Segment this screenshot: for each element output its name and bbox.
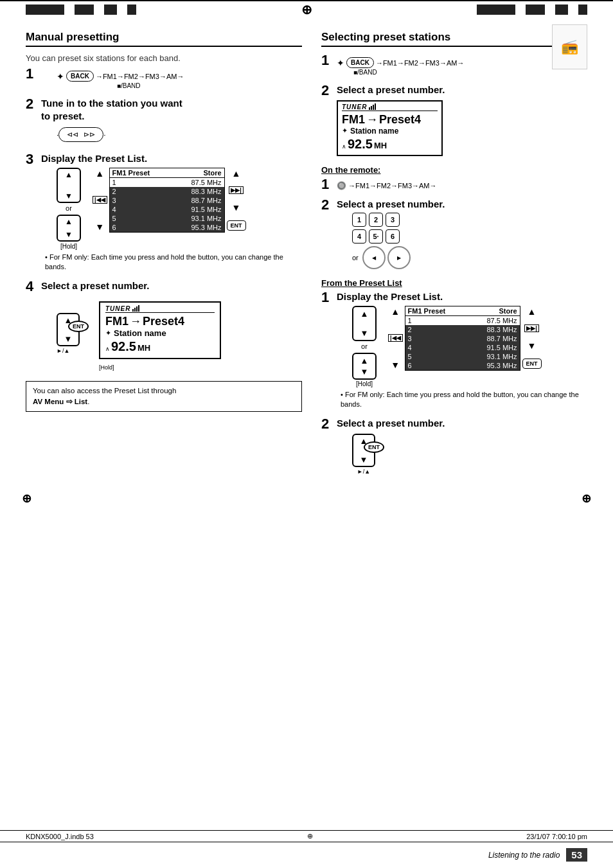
left-step3-layout: ▲ ▼ or ▲ ▼ [Hold]: [57, 168, 302, 250]
scroll-down-right[interactable]: ▼: [232, 203, 241, 212]
note-bold-text: AV Menu ⇨ List: [33, 398, 87, 405]
remote-dial-left[interactable]: ◀: [362, 246, 386, 269]
dial-knob[interactable]: ▲ ▼: [57, 168, 81, 203]
back-button-left[interactable]: BACK: [66, 71, 94, 82]
remote-dial-right[interactable]: ▶: [387, 246, 411, 269]
fp-play-label: ►/▲: [357, 468, 370, 475]
num-btn-6[interactable]: 6: [386, 229, 400, 244]
dial2-up: ▲: [65, 218, 73, 226]
ent-btn-label[interactable]: ENT: [68, 321, 89, 332]
fp-row-4: 491.5 MHz: [405, 343, 520, 352]
strip-block-4: [127, 4, 136, 15]
ent-dial-down: ▼: [64, 334, 73, 344]
step3-bullet: For FM only: Each time you press and hol…: [45, 252, 302, 272]
strip-gap-1: [67, 4, 72, 15]
skip-back-btn[interactable]: |◀◀: [93, 196, 107, 204]
fp-ent-btn[interactable]: ENT: [522, 359, 542, 369]
from-preset-step1-content: Display the Preset List. ▲ ▼ or ▲ ▼: [337, 290, 587, 412]
num-btn-4[interactable]: 4: [352, 229, 366, 244]
strip-gap-r2: [547, 4, 553, 15]
dial-up-arrow: ▲: [65, 171, 73, 179]
fp-skip-back[interactable]: |◀◀: [388, 334, 403, 342]
num-btn-2[interactable]: 2: [369, 213, 383, 227]
fp-row-3: 388.7 MHz: [405, 334, 520, 343]
note-text-before: You can also access the Preset List thro…: [33, 387, 176, 394]
from-preset-dial-knob[interactable]: ▲ ▼: [352, 306, 377, 341]
strip-block-3: [104, 4, 117, 15]
fp-dial-knob2[interactable]: ▲ ▼: [352, 353, 377, 380]
left-step3-num: 3: [26, 152, 37, 166]
left-step4-tuner: TUNER FM1 →: [99, 296, 221, 371]
note-box: You can also access the Preset List thro…: [26, 381, 302, 412]
left-step2-heading: Tune in to the station you want to prese…: [41, 97, 302, 122]
dial2-down: ▼: [65, 231, 73, 238]
back-button-right[interactable]: BACK: [346, 57, 374, 68]
on-remote-label: On the remote:: [321, 165, 587, 175]
tuner-station-right: ✦ Station name: [342, 127, 438, 136]
fp-ent-label[interactable]: ENT: [364, 441, 384, 453]
left-step2-num: 2: [26, 97, 37, 111]
left-step2: 2 Tune in to the station you want to pre…: [26, 97, 302, 147]
preset-row-4: 491.5 MHz: [110, 205, 224, 214]
remote-band-seq: →FM1→FM2→FM3→AM→: [348, 182, 437, 190]
fp-row-5: 593.1 MHz: [405, 352, 520, 361]
hold-label: [Hold]: [60, 243, 77, 250]
fp-preset-table-wrap: ▲ |◀◀ ▼ FM1 Preset Store: [388, 306, 542, 371]
strip-block-r4: [578, 4, 587, 15]
fp-ent-dial: ▲ ▼ ENT ►/▲: [352, 434, 375, 475]
right-step1-band-diagram: ✦ BACK →FM1→FM2→FM3→AM→ ■/BAND: [337, 57, 587, 76]
fp-skip-fwd[interactable]: ▶▶|: [524, 324, 539, 332]
fp-scroll-down[interactable]: ▼: [391, 360, 400, 369]
dial-knob-2[interactable]: ▲ ▼: [57, 215, 81, 242]
footer-italic: Listening to the radio: [488, 851, 560, 860]
left-step4-num: 4: [26, 279, 37, 294]
page-footer: Listening to the radio 53: [0, 848, 613, 862]
right-step2-heading: Select a preset number.: [337, 84, 587, 96]
preset-table: FM1 Preset Store 187.5 MHz 288.3 MHz: [109, 168, 225, 233]
top-strip: ⊕: [0, 0, 613, 18]
skip-fwd-btn[interactable]: ▶▶|: [229, 186, 244, 194]
ent-dial: ▲ ▼ ENT ►/▲: [57, 313, 80, 354]
strip-gap-r3: [571, 4, 576, 15]
from-preset-step1-layout: ▲ ▼ or ▲ ▼ [Hold]: [352, 306, 587, 387]
left-step4: 4 Select a preset number. ▲ ▼ ENT ►/▲: [26, 279, 302, 373]
strip-block-r3: [555, 4, 568, 15]
fp-row-2: 288.3 MHz: [405, 325, 520, 334]
tuner-freq-row: ∧ 92.5 MH: [105, 339, 215, 354]
seek-control: ⊲⊲ ⊳⊳: [58, 127, 103, 142]
fp-dial2-up: ▲: [360, 356, 369, 366]
from-preset-step2-content: Select a preset number. ▲ ▼ ENT ►/▲: [337, 417, 587, 477]
num-btn-row2: 4 5· 6: [352, 229, 587, 244]
or-label-step3: or: [66, 204, 72, 212]
fp-left-scroll: ▲ |◀◀ ▼: [388, 306, 403, 371]
tuner-preset-right: FM1 → Preset4: [342, 113, 438, 127]
tuner-preset-row: FM1 → Preset4: [105, 315, 215, 328]
fp-scroll-down-r[interactable]: ▼: [528, 341, 537, 350]
fp-ent-down: ▼: [360, 455, 368, 465]
fp-preset-table: FM1 Preset Store 187.5 MHz 288.3 MHz: [405, 306, 520, 371]
or-dial-row: or ◀ ▶: [352, 246, 587, 269]
scroll-up-left[interactable]: ▲: [95, 169, 104, 178]
strip-gap-r1: [518, 4, 523, 15]
crosshair-bottom: ⊕: [307, 832, 313, 840]
preset-row-6: 695.3 MHz: [110, 223, 224, 232]
from-preset-step2-heading: Select a preset number.: [337, 417, 587, 430]
scroll-up-right[interactable]: ▲: [232, 169, 241, 178]
num-btn-row1: 1 2 3: [352, 213, 587, 227]
fp-scroll-up-r[interactable]: ▲: [528, 307, 537, 316]
strip-block-1: [26, 4, 64, 15]
fp-or-text: or: [361, 342, 368, 350]
ent-button-step3[interactable]: ENT: [227, 220, 246, 231]
fp-dial-down: ▼: [360, 328, 369, 338]
crosshair-mid-left: ⊕: [22, 492, 31, 506]
radio-icon: 📻: [561, 39, 578, 55]
num-btn-3[interactable]: 3: [386, 213, 400, 227]
tuner-signal-bars: [132, 305, 139, 312]
right-step1: 1 ✦ BACK →FM1→FM2→FM3→AM→ ■/BAND: [321, 53, 587, 78]
from-preset-label: From the Preset List: [321, 278, 587, 288]
num-btn-1[interactable]: 1: [352, 213, 366, 227]
num-btn-5[interactable]: 5·: [369, 229, 383, 244]
top-strip-right: [477, 4, 587, 15]
fp-scroll-up[interactable]: ▲: [391, 307, 400, 316]
scroll-down-left[interactable]: ▼: [95, 222, 104, 231]
